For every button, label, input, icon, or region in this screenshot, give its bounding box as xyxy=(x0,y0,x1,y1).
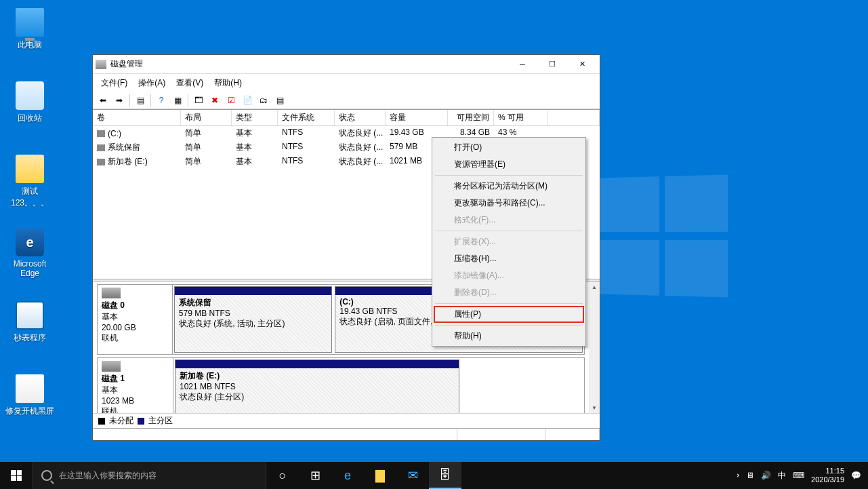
context-menu-item[interactable]: 压缩卷(H)... xyxy=(434,250,584,267)
context-menu-item: 格式化(F)... xyxy=(434,212,584,229)
menu-separator xyxy=(435,231,583,231)
toolbar-icon[interactable]: 🗂 xyxy=(256,94,271,107)
toolbar-icon[interactable]: 🗔 xyxy=(191,94,206,107)
network-icon[interactable]: 🖥 xyxy=(746,471,754,480)
disk-icon xyxy=(102,288,121,298)
scroll-up-icon[interactable]: ▲ xyxy=(589,281,600,292)
disk-icon xyxy=(97,144,105,151)
desktop-icon-label: 修复开机黑屏 xyxy=(5,406,54,416)
ime-indicator[interactable]: 中 xyxy=(778,470,786,482)
titlebar[interactable]: 磁盘管理 ─ ☐ ✕ xyxy=(93,55,600,74)
desktop-icon-this-pc[interactable]: 此电脑 xyxy=(4,8,56,51)
search-icon xyxy=(41,470,52,481)
menu-view[interactable]: 查看(V) xyxy=(171,75,209,91)
notifications-icon[interactable]: 💬 xyxy=(851,471,861,480)
delete-icon[interactable]: ✖ xyxy=(207,94,222,107)
desktop-icon-recycle-bin[interactable]: 回收站 xyxy=(4,81,56,124)
toolbar-icon[interactable]: ▤ xyxy=(133,94,148,107)
context-menu-item[interactable]: 属性(P) xyxy=(434,306,584,323)
legend-swatch-unallocated xyxy=(98,418,105,425)
edge-taskbar-icon[interactable]: e xyxy=(331,462,364,489)
menu-separator xyxy=(435,303,583,304)
menu-separator xyxy=(435,325,583,326)
windows-logo-bg xyxy=(600,174,733,300)
menu-file[interactable]: 文件(F) xyxy=(96,75,133,91)
scrollbar[interactable]: ▲ ▼ xyxy=(589,281,600,413)
col-filesystem[interactable]: 文件系统 xyxy=(278,110,335,125)
context-menu-item: 扩展卷(X)... xyxy=(434,233,584,250)
context-menu-item: 添加镜像(A)... xyxy=(434,267,584,284)
volume-list-header: 卷 布局 类型 文件系统 状态 容量 可用空间 % 可用 xyxy=(93,110,600,126)
menu-separator xyxy=(435,175,583,176)
search-box[interactable]: 在这里输入你要搜索的内容 xyxy=(33,462,266,489)
desktop-icon-repair[interactable]: 修复开机黑屏 xyxy=(4,374,56,417)
toolbar-icon[interactable]: ▤ xyxy=(272,94,287,107)
check-icon[interactable]: ☑ xyxy=(224,94,239,107)
menu-action[interactable]: 操作(A) xyxy=(133,75,171,91)
volume-icon[interactable]: 🔊 xyxy=(761,471,771,480)
disk-block: 磁盘 1基本1023 MB联机新加卷 (E:)1021 MB NTFS状态良好 … xyxy=(97,357,585,413)
minimize-button[interactable]: ─ xyxy=(508,56,537,73)
disk-icon xyxy=(97,159,105,165)
context-menu-item[interactable]: 更改驱动器号和路径(C)... xyxy=(434,195,584,212)
desktop-icon-edge[interactable]: eMicrosoft Edge xyxy=(4,228,56,278)
disk-label[interactable]: 磁盘 1基本1023 MB联机 xyxy=(98,358,173,413)
system-tray: ⌃ 🖥 🔊 中 ⌨ 11:15 2020/3/19 💬 xyxy=(726,467,868,484)
desktop-icon-label: Microsoft Edge xyxy=(14,259,47,278)
start-button[interactable] xyxy=(0,462,33,489)
toolbar-icon[interactable]: 📄 xyxy=(240,94,255,107)
help-icon[interactable]: ? xyxy=(154,94,169,107)
context-menu-item[interactable]: 资源管理器(E) xyxy=(434,156,584,173)
desktop-icon-label: 回收站 xyxy=(18,113,42,123)
statusbar xyxy=(93,428,600,440)
disk-label[interactable]: 磁盘 0基本20.00 GB联机 xyxy=(98,285,173,354)
legend-label: 未分配 xyxy=(109,415,133,427)
col-percent[interactable]: % 可用 xyxy=(494,110,548,125)
context-menu-item[interactable]: 将分区标记为活动分区(M) xyxy=(434,178,584,195)
col-status[interactable]: 状态 xyxy=(335,110,386,125)
maximize-button[interactable]: ☐ xyxy=(537,56,567,73)
explorer-taskbar-icon[interactable]: ▇ xyxy=(364,462,396,489)
disk-icon xyxy=(102,361,121,372)
keyboard-icon[interactable]: ⌨ xyxy=(793,471,804,480)
disk-icon xyxy=(97,130,105,137)
desktop-icon-label: 此电脑 xyxy=(18,40,42,50)
partition[interactable]: 系统保留579 MB NTFS状态良好 (系统, 活动, 主分区) xyxy=(174,286,332,353)
diskmgmt-taskbar-icon[interactable]: 🗄 xyxy=(429,462,461,489)
toolbar: ⬅ ➡ ▤ ? ▦ 🗔 ✖ ☑ 📄 🗂 ▤ xyxy=(93,92,600,109)
back-icon[interactable]: ⬅ xyxy=(96,94,110,107)
col-free[interactable]: 可用空间 xyxy=(448,110,494,125)
close-button[interactable]: ✕ xyxy=(567,56,597,73)
clock-date: 2020/3/19 xyxy=(811,475,844,484)
context-menu-item[interactable]: 打开(O) xyxy=(434,139,584,156)
scroll-down-icon[interactable]: ▼ xyxy=(589,402,600,413)
taskbar-buttons: ○ ⊞ e ▇ ✉ 🗄 xyxy=(266,462,461,489)
taskbar: 在这里输入你要搜索的内容 ○ ⊞ e ▇ ✉ 🗄 ⌃ 🖥 🔊 中 ⌨ 11:15… xyxy=(0,462,868,489)
forward-icon[interactable]: ➡ xyxy=(112,94,127,107)
context-menu: 打开(O)资源管理器(E)将分区标记为活动分区(M)更改驱动器号和路径(C)..… xyxy=(432,137,586,347)
col-capacity[interactable]: 容量 xyxy=(386,110,448,125)
desktop-icon-stopwatch[interactable]: 秒表程序 xyxy=(4,301,56,344)
col-padding xyxy=(548,110,600,125)
desktop-icon-label: 测试123。。。 xyxy=(11,187,49,208)
partition[interactable]: 新加卷 (E:)1021 MB NTFS状态良好 (主分区) xyxy=(175,359,459,413)
legend-swatch-primary xyxy=(138,418,144,425)
cortana-icon[interactable]: ○ xyxy=(266,462,299,489)
col-layout[interactable]: 布局 xyxy=(181,110,232,125)
toolbar-icon[interactable]: ▦ xyxy=(170,94,185,107)
search-placeholder: 在这里输入你要搜索的内容 xyxy=(59,470,157,482)
context-menu-item: 删除卷(D)... xyxy=(434,284,584,301)
clock[interactable]: 11:15 2020/3/19 xyxy=(811,467,844,484)
context-menu-item[interactable]: 帮助(H) xyxy=(434,328,584,345)
col-type[interactable]: 类型 xyxy=(232,110,278,125)
desktop-icon-label: 秒表程序 xyxy=(14,333,46,343)
task-view-icon[interactable]: ⊞ xyxy=(299,462,331,489)
desktop-icon-test-folder[interactable]: 测试123。。。 xyxy=(4,155,56,209)
clock-time: 11:15 xyxy=(811,467,844,475)
menu-help[interactable]: 帮助(H) xyxy=(209,75,247,91)
mail-taskbar-icon[interactable]: ✉ xyxy=(396,462,429,489)
app-icon xyxy=(96,60,106,69)
col-volume[interactable]: 卷 xyxy=(93,110,181,125)
tray-chevron-icon[interactable]: ⌃ xyxy=(731,472,741,479)
window-title: 磁盘管理 xyxy=(110,58,508,70)
